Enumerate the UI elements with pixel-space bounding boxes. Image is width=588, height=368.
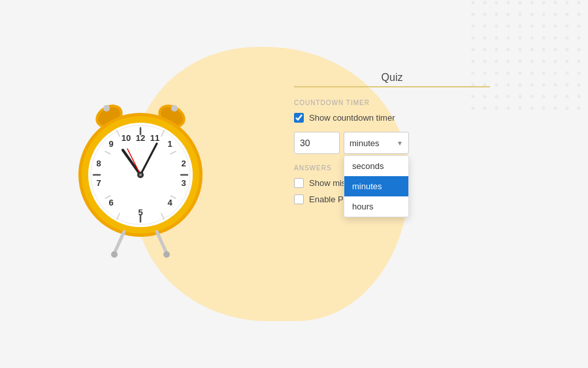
timer-number-input[interactable] (294, 132, 340, 154)
svg-point-40 (139, 174, 142, 176)
svg-text:3: 3 (181, 178, 186, 188)
settings-panel: Quiz COUNTDOWN TIMER Show countdown time… (294, 72, 490, 211)
svg-point-6 (103, 105, 110, 112)
svg-point-44 (163, 251, 170, 258)
svg-text:4: 4 (167, 198, 172, 207)
show-missed-checkbox[interactable] (294, 178, 304, 188)
timer-unit-button[interactable]: minutes ▼ (344, 132, 409, 154)
enable-partial-checkbox[interactable] (294, 194, 304, 204)
svg-line-41 (114, 232, 124, 253)
panel-title: Quiz (294, 72, 490, 84)
dropdown-item-minutes[interactable]: minutes (344, 176, 408, 196)
svg-text:9: 9 (108, 139, 113, 149)
svg-line-42 (157, 232, 167, 253)
panel-title-underline (294, 86, 490, 87)
show-countdown-row: Show countdown timer (294, 113, 490, 123)
svg-point-7 (171, 105, 178, 112)
svg-text:5: 5 (138, 207, 142, 217)
chevron-down-icon: ▼ (397, 140, 403, 147)
svg-text:12: 12 (136, 133, 145, 143)
timer-unit-select: minutes ▼ seconds minutes hours (344, 132, 409, 154)
svg-point-43 (111, 251, 118, 258)
clock-illustration: 12 1 2 3 4 5 6 7 8 9 10 11 (62, 78, 219, 261)
timer-unit-value: minutes (350, 138, 380, 148)
svg-text:1: 1 (167, 139, 172, 149)
svg-text:6: 6 (108, 198, 113, 207)
dropdown-item-seconds[interactable]: seconds (344, 156, 408, 176)
timer-input-row: minutes ▼ seconds minutes hours (294, 132, 490, 154)
show-countdown-label: Show countdown timer (309, 113, 395, 123)
svg-text:11: 11 (150, 133, 159, 143)
svg-text:10: 10 (122, 133, 131, 143)
dropdown-item-hours[interactable]: hours (344, 196, 408, 217)
countdown-section-label: COUNTDOWN TIMER (294, 99, 490, 106)
countdown-section: COUNTDOWN TIMER Show countdown timer min… (294, 99, 490, 154)
svg-text:2: 2 (181, 159, 186, 168)
svg-text:7: 7 (96, 178, 101, 188)
svg-text:8: 8 (96, 159, 101, 168)
show-countdown-checkbox[interactable] (294, 113, 304, 123)
timer-unit-dropdown: seconds minutes hours (344, 155, 409, 217)
